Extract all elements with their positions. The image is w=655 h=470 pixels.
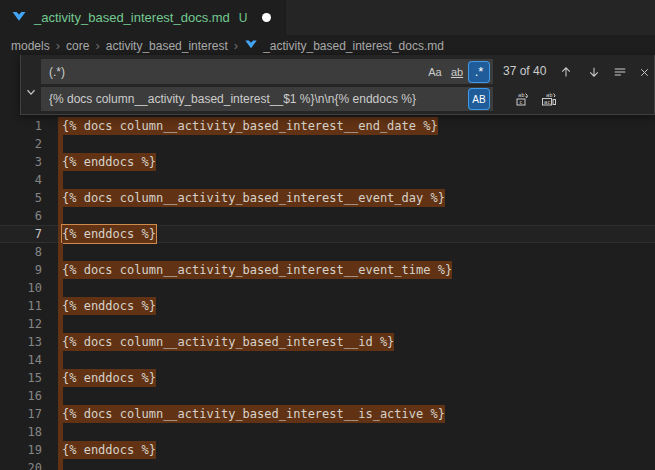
line-number[interactable]: 1 [0, 117, 42, 135]
breadcrumb-activity-based-interest[interactable]: activity_based_interest [106, 39, 228, 53]
markdown-file-icon [11, 8, 27, 28]
vscode-editor-window: _activity_based_interest_docs.md U model… [0, 0, 655, 470]
replace-value: {% docs column__activity_based_interest_… [49, 92, 467, 106]
whole-word-toggle[interactable]: ab [447, 62, 467, 82]
editor-line-3[interactable]: 3{% enddocs %} [0, 153, 655, 171]
svg-text:ab: ab [518, 92, 525, 98]
selection-lines-icon [613, 65, 627, 79]
svg-text:c: c [519, 99, 522, 105]
next-match-button[interactable] [584, 62, 604, 82]
editor-line-19[interactable]: 19{% enddocs %} [0, 441, 655, 459]
tab-filename: _activity_based_interest_docs.md [34, 10, 230, 25]
current-find-match[interactable]: {% enddocs %} [62, 225, 156, 243]
editor-line-17[interactable]: 17{% docs column__activity_based_interes… [0, 405, 655, 423]
replace-all-icon: ab ac [541, 91, 557, 107]
svg-text:ac: ac [544, 99, 551, 105]
line-number[interactable]: 14 [0, 351, 42, 369]
find-match[interactable]: {% docs column__activity_based_interest_… [62, 261, 452, 279]
arrow-down-icon [587, 65, 601, 79]
line-number[interactable]: 4 [0, 171, 42, 189]
line-number[interactable]: 16 [0, 387, 42, 405]
find-replace-widget: (.*) Aa ab .* 37 of 40 [20, 55, 655, 115]
close-find-widget-button[interactable] [634, 62, 654, 82]
replace-input[interactable]: {% docs column__activity_based_interest_… [41, 87, 493, 111]
editor-line-12[interactable]: 12 [0, 315, 655, 333]
replace-all-button[interactable]: ab ac [539, 89, 559, 109]
editor-line-20[interactable]: 20 [0, 459, 655, 470]
find-match[interactable]: {% enddocs %} [62, 153, 156, 171]
tab-bar: _activity_based_interest_docs.md U [0, 0, 655, 35]
line-number[interactable]: 15 [0, 369, 42, 387]
find-match[interactable]: {% docs column__activity_based_interest_… [62, 189, 445, 207]
find-match-zero-width-highlight [58, 171, 63, 189]
breadcrumb-separator: › [94, 38, 100, 53]
line-number[interactable]: 12 [0, 315, 42, 333]
chevron-down-icon [24, 85, 38, 99]
editor-line-13[interactable]: 13{% docs column__activity_based_interes… [0, 333, 655, 351]
line-number[interactable]: 5 [0, 189, 42, 207]
find-match-zero-width-highlight [58, 315, 63, 333]
breadcrumb-separator: › [55, 38, 61, 53]
line-number[interactable]: 20 [0, 459, 42, 470]
editor-content[interactable]: 1{% docs column__activity_based_interest… [0, 117, 655, 470]
line-number[interactable]: 11 [0, 297, 42, 315]
breadcrumb-core[interactable]: core [66, 39, 89, 53]
find-input[interactable]: (.*) Aa ab .* [41, 59, 493, 84]
find-match-zero-width-highlight [58, 351, 63, 369]
line-number[interactable]: 18 [0, 423, 42, 441]
match-case-toggle[interactable]: Aa [425, 62, 445, 82]
line-number[interactable]: 13 [0, 333, 42, 351]
close-icon [638, 66, 651, 79]
find-match[interactable]: {% docs column__activity_based_interest_… [62, 333, 394, 351]
find-match-zero-width-highlight [58, 135, 63, 153]
find-match[interactable]: {% docs column__activity_based_interest_… [62, 405, 445, 423]
line-number[interactable]: 6 [0, 207, 42, 225]
breadcrumb-filename: _activity_based_interest_docs.md [263, 39, 444, 53]
editor-line-1[interactable]: 1{% docs column__activity_based_interest… [0, 117, 655, 135]
editor-line-9[interactable]: 9{% docs column__activity_based_interest… [0, 261, 655, 279]
unsaved-dot-icon[interactable] [262, 13, 271, 22]
find-match-zero-width-highlight [58, 459, 63, 470]
breadcrumb-separator: › [233, 38, 239, 53]
find-match-zero-width-highlight [58, 279, 63, 297]
line-number[interactable]: 8 [0, 243, 42, 261]
toggle-replace-button[interactable] [21, 55, 40, 113]
editor-line-15[interactable]: 15{% enddocs %} [0, 369, 655, 387]
line-number[interactable]: 9 [0, 261, 42, 279]
find-in-selection-button[interactable] [610, 62, 630, 82]
find-match[interactable]: {% docs column__activity_based_interest_… [62, 117, 438, 135]
line-number[interactable]: 2 [0, 135, 42, 153]
find-match-zero-width-highlight [58, 207, 63, 225]
line-number[interactable]: 19 [0, 441, 42, 459]
editor-line-2[interactable]: 2 [0, 135, 655, 153]
find-match[interactable]: {% enddocs %} [62, 369, 156, 387]
breadcrumb-models[interactable]: models [11, 39, 50, 53]
markdown-file-icon [244, 37, 258, 54]
git-status-badge: U [239, 11, 248, 25]
editor-line-7[interactable]: 7{% enddocs %} [0, 225, 655, 243]
editor-line-4[interactable]: 4 [0, 171, 655, 189]
editor-line-8[interactable]: 8 [0, 243, 655, 261]
regex-toggle[interactable]: .* [469, 62, 489, 82]
editor-line-10[interactable]: 10 [0, 279, 655, 297]
preserve-case-toggle[interactable]: AB [469, 89, 489, 109]
editor-line-5[interactable]: 5{% docs column__activity_based_interest… [0, 189, 655, 207]
previous-match-button[interactable] [556, 62, 576, 82]
breadcrumb: models › core › activity_based_interest … [0, 35, 655, 56]
find-match-zero-width-highlight [58, 387, 63, 405]
editor-line-18[interactable]: 18 [0, 423, 655, 441]
find-match[interactable]: {% enddocs %} [62, 297, 156, 315]
line-number[interactable]: 7 [0, 225, 42, 243]
breadcrumb-file[interactable]: _activity_based_interest_docs.md [244, 37, 444, 54]
tab-activity-docs[interactable]: _activity_based_interest_docs.md U [0, 0, 286, 35]
line-number[interactable]: 3 [0, 153, 42, 171]
line-number[interactable]: 10 [0, 279, 42, 297]
find-match[interactable]: {% enddocs %} [62, 441, 156, 459]
editor-line-11[interactable]: 11{% enddocs %} [0, 297, 655, 315]
replace-button[interactable]: ab c [513, 89, 533, 109]
line-number[interactable]: 17 [0, 405, 42, 423]
editor-line-6[interactable]: 6 [0, 207, 655, 225]
arrow-up-icon [559, 65, 573, 79]
editor-line-14[interactable]: 14 [0, 351, 655, 369]
editor-line-16[interactable]: 16 [0, 387, 655, 405]
